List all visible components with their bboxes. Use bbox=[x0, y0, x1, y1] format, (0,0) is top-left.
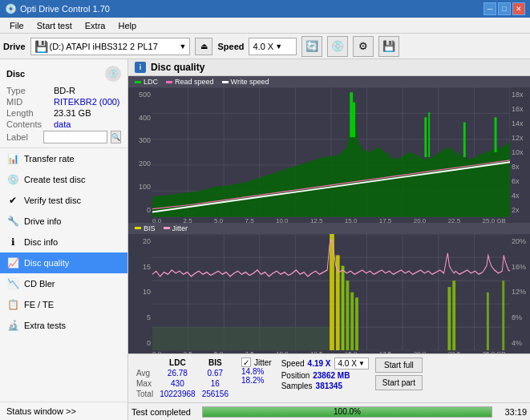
disc-icon: 💿 bbox=[105, 66, 121, 82]
x2-2.5: 2.5 bbox=[183, 350, 192, 353]
y2r-16pct: 16% bbox=[512, 263, 528, 271]
y1-200: 200 bbox=[130, 160, 151, 168]
drive-bar: Drive 💾 (D:) ATAPI iHBS312 2 PL17 ▼ ⏏ Sp… bbox=[0, 34, 530, 59]
y1-100: 100 bbox=[130, 183, 151, 191]
y1r-18x: 18x bbox=[512, 91, 528, 99]
save-button[interactable]: 💾 bbox=[378, 36, 399, 57]
x2-17.5: 17.5 bbox=[379, 350, 392, 353]
start-full-button[interactable]: Start full bbox=[375, 357, 423, 373]
position-value: 23862 MB bbox=[313, 371, 350, 380]
write-button[interactable]: 💿 bbox=[327, 36, 348, 57]
chart2-svg bbox=[152, 234, 510, 350]
samples-value: 381345 bbox=[316, 382, 342, 390]
x2-12.5: 12.5 bbox=[310, 350, 323, 353]
label-input[interactable] bbox=[43, 131, 107, 143]
menu-file[interactable]: File bbox=[3, 19, 30, 32]
total-bis: 256156 bbox=[199, 389, 232, 399]
y2-0: 0 bbox=[130, 339, 151, 347]
jitter-max: 18.2% bbox=[241, 376, 272, 385]
y2r-4pct: 4% bbox=[512, 339, 528, 347]
sidebar-item-cd-bler[interactable]: 📉 CD Bler bbox=[0, 273, 127, 294]
transfer-rate-label: Transfer rate bbox=[24, 154, 75, 164]
y1-400: 400 bbox=[130, 114, 151, 122]
mid-value: RITEKBR2 (000) bbox=[54, 97, 120, 107]
svg-rect-20 bbox=[428, 112, 430, 157]
disc-section: Disc 💿 Type BD-R MID RITEKBR2 (000) Leng… bbox=[0, 59, 127, 148]
verify-test-disc-icon: ✔ bbox=[6, 194, 19, 207]
svg-rect-22 bbox=[495, 117, 497, 152]
minimize-button[interactable]: ─ bbox=[483, 2, 496, 15]
speed-select[interactable]: 4.0 X ▼ bbox=[249, 38, 297, 55]
ldc-legend: LDC bbox=[135, 78, 158, 86]
drive-info-label: Drive info bbox=[24, 216, 61, 226]
disc-header: Disc 💿 bbox=[0, 63, 127, 85]
jitter-label: Jitter bbox=[254, 358, 272, 367]
sidebar-item-transfer-rate[interactable]: 📊 Transfer rate bbox=[0, 148, 127, 169]
y2-5: 5 bbox=[130, 313, 151, 321]
sidebar-item-extra-tests[interactable]: 🔬 Extra tests bbox=[0, 315, 127, 336]
maximize-button[interactable]: □ bbox=[498, 2, 511, 15]
speed-label: Speed bbox=[217, 42, 244, 51]
disc-info-icon: ℹ bbox=[6, 236, 19, 248]
x2-25: 25.0 GB bbox=[483, 350, 506, 353]
svg-rect-39 bbox=[152, 327, 331, 350]
y2r-12pct: 12% bbox=[512, 288, 528, 296]
max-label: Max bbox=[133, 378, 156, 389]
y1-0: 0 bbox=[130, 206, 151, 214]
refresh-button[interactable]: 🔄 bbox=[301, 36, 322, 57]
sidebar-item-drive-info[interactable]: 🔧 Drive info bbox=[0, 211, 127, 232]
samples-label: Samples bbox=[281, 382, 313, 390]
status-window-button[interactable]: Status window >> bbox=[0, 402, 127, 420]
extra-tests-label: Extra tests bbox=[24, 321, 66, 330]
drive-eject-button[interactable]: ⏏ bbox=[195, 38, 212, 55]
content-area: i Disc quality LDC Read speed bbox=[128, 59, 530, 420]
create-test-disc-icon: 💿 bbox=[6, 173, 19, 186]
sidebar-item-create-test-disc[interactable]: 💿 Create test disc bbox=[0, 169, 127, 190]
ldc-legend-label: LDC bbox=[144, 78, 158, 86]
total-ldc: 10223968 bbox=[156, 389, 199, 399]
main-area: Disc 💿 Type BD-R MID RITEKBR2 (000) Leng… bbox=[0, 59, 530, 420]
chart1-svg bbox=[152, 87, 510, 217]
sidebar-item-fe-te[interactable]: 📋 FE / TE bbox=[0, 294, 127, 315]
avg-ldc: 26.78 bbox=[156, 368, 199, 378]
status-text: Test completed bbox=[131, 407, 196, 417]
bis-legend-dot bbox=[135, 227, 141, 229]
avg-label: Avg bbox=[133, 368, 156, 378]
label-search-button[interactable]: 🔍 bbox=[111, 131, 121, 143]
start-buttons: Start full Start part bbox=[375, 357, 423, 390]
jitter-checkbox[interactable]: ✓ bbox=[241, 357, 251, 367]
sidebar-item-disc-quality[interactable]: 📈 Disc quality bbox=[0, 252, 127, 273]
svg-rect-47 bbox=[452, 281, 455, 350]
create-test-disc-label: Create test disc bbox=[24, 175, 85, 184]
speed-info: Speed 4.19 X 4.0 X ▼ Position 23862 MB S… bbox=[281, 357, 369, 390]
write-speed-legend-dot bbox=[222, 81, 229, 83]
disc-quality-icon: 📈 bbox=[6, 256, 19, 269]
stats-table: LDC BIS Avg 26.78 0.67 Max 430 16 Total … bbox=[133, 357, 232, 399]
cd-bler-label: CD Bler bbox=[24, 279, 55, 289]
speed-dropdown-value: 4.0 X bbox=[338, 359, 357, 368]
close-button[interactable]: ✕ bbox=[512, 2, 525, 15]
menu-start-test[interactable]: Start test bbox=[30, 19, 79, 32]
disc-contents-row: Contents data bbox=[0, 119, 127, 130]
svg-rect-48 bbox=[487, 292, 489, 350]
menu-extra[interactable]: Extra bbox=[79, 19, 112, 32]
app-title: Opti Drive Control 1.70 bbox=[20, 4, 110, 14]
total-label: Total bbox=[133, 389, 156, 399]
x2-10: 10.0 bbox=[276, 350, 289, 353]
sidebar-item-disc-info[interactable]: ℹ Disc info bbox=[0, 232, 127, 252]
samples-row: Samples 381345 bbox=[281, 382, 369, 390]
sidebar: Disc 💿 Type BD-R MID RITEKBR2 (000) Leng… bbox=[0, 59, 128, 420]
y1r-4x: 4x bbox=[512, 192, 528, 200]
read-speed-legend: Read speed bbox=[166, 78, 214, 86]
jitter-legend-label: Jitter bbox=[172, 224, 188, 232]
disc-type-row: Type BD-R bbox=[0, 85, 127, 96]
menu-help[interactable]: Help bbox=[111, 19, 143, 32]
x2-0: 0.0 bbox=[152, 350, 161, 353]
settings-button[interactable]: ⚙ bbox=[353, 36, 374, 57]
sidebar-item-verify-test-disc[interactable]: ✔ Verify test disc bbox=[0, 190, 127, 211]
max-bis: 16 bbox=[199, 378, 232, 389]
speed-dropdown[interactable]: 4.0 X ▼ bbox=[334, 357, 369, 370]
start-part-button[interactable]: Start part bbox=[375, 375, 423, 390]
drive-select[interactable]: 💾 (D:) ATAPI iHBS312 2 PL17 ▼ bbox=[30, 38, 191, 55]
bis-legend-label: BIS bbox=[144, 224, 156, 232]
